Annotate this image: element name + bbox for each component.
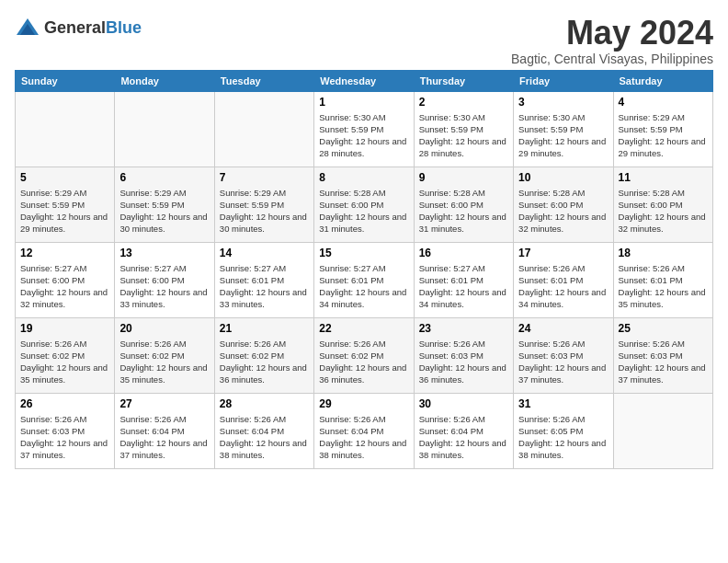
day-number: 12 <box>20 247 109 259</box>
cell-info: Sunrise: 5:29 AMSunset: 5:59 PMDaylight:… <box>20 187 109 236</box>
day-number: 30 <box>419 397 508 410</box>
weekday-header-row: SundayMondayTuesdayWednesdayThursdayFrid… <box>16 70 713 91</box>
calendar-cell: 13Sunrise: 5:27 AMSunset: 6:00 PMDayligh… <box>115 242 214 317</box>
weekday-header: Wednesday <box>314 70 414 91</box>
day-number: 4 <box>619 96 708 109</box>
day-number: 28 <box>220 397 309 410</box>
cell-info: Sunrise: 5:28 AMSunset: 6:00 PMDaylight:… <box>518 187 608 236</box>
day-number: 11 <box>619 171 708 184</box>
cell-info: Sunrise: 5:26 AMSunset: 6:02 PMDaylight:… <box>20 338 109 386</box>
cell-info: Sunrise: 5:27 AMSunset: 6:00 PMDaylight:… <box>119 262 209 311</box>
day-number: 9 <box>419 171 508 184</box>
weekday-header: Thursday <box>414 70 513 91</box>
day-number: 8 <box>319 171 408 184</box>
calendar-cell: 29Sunrise: 5:26 AMSunset: 6:04 PMDayligh… <box>314 393 414 468</box>
cell-info: Sunrise: 5:26 AMSunset: 6:01 PMDaylight:… <box>518 262 608 311</box>
cell-info: Sunrise: 5:27 AMSunset: 6:00 PMDaylight:… <box>20 262 109 311</box>
logo: GeneralBlue <box>15 15 142 40</box>
day-number: 25 <box>619 322 708 335</box>
day-number: 2 <box>419 96 508 109</box>
calendar-cell: 6Sunrise: 5:29 AMSunset: 5:59 PMDaylight… <box>115 167 214 242</box>
cell-info: Sunrise: 5:26 AMSunset: 6:04 PMDaylight:… <box>319 413 408 462</box>
day-number: 21 <box>220 322 309 335</box>
calendar-cell <box>613 393 712 468</box>
calendar-cell: 16Sunrise: 5:27 AMSunset: 6:01 PMDayligh… <box>414 242 513 317</box>
day-number: 7 <box>220 171 309 184</box>
day-number: 3 <box>518 96 608 109</box>
cell-info: Sunrise: 5:27 AMSunset: 6:01 PMDaylight:… <box>220 262 309 311</box>
cell-info: Sunrise: 5:26 AMSunset: 6:01 PMDaylight:… <box>619 262 708 311</box>
cell-info: Sunrise: 5:26 AMSunset: 6:04 PMDaylight:… <box>220 413 309 462</box>
cell-info: Sunrise: 5:26 AMSunset: 6:02 PMDaylight:… <box>220 338 309 386</box>
weekday-header: Monday <box>115 70 214 91</box>
cell-info: Sunrise: 5:28 AMSunset: 6:00 PMDaylight:… <box>619 187 708 236</box>
weekday-header: Friday <box>514 70 613 91</box>
calendar-cell: 9Sunrise: 5:28 AMSunset: 6:00 PMDaylight… <box>414 167 513 242</box>
calendar-cell: 4Sunrise: 5:29 AMSunset: 5:59 PMDaylight… <box>613 91 712 167</box>
day-number: 10 <box>518 171 608 184</box>
calendar-cell: 10Sunrise: 5:28 AMSunset: 6:00 PMDayligh… <box>514 167 613 242</box>
cell-info: Sunrise: 5:28 AMSunset: 6:00 PMDaylight:… <box>319 187 408 236</box>
calendar-cell: 22Sunrise: 5:26 AMSunset: 6:02 PMDayligh… <box>314 317 414 393</box>
weekday-header: Tuesday <box>214 70 313 91</box>
calendar-cell: 20Sunrise: 5:26 AMSunset: 6:02 PMDayligh… <box>115 317 214 393</box>
day-number: 19 <box>20 322 109 335</box>
cell-info: Sunrise: 5:27 AMSunset: 6:01 PMDaylight:… <box>319 262 408 311</box>
weekday-header: Sunday <box>16 70 115 91</box>
calendar-cell <box>115 91 214 167</box>
page-header: GeneralBlue May 2024 Bagtic, Central Vis… <box>15 15 713 66</box>
cell-info: Sunrise: 5:26 AMSunset: 6:03 PMDaylight:… <box>419 338 508 386</box>
calendar-cell: 3Sunrise: 5:30 AMSunset: 5:59 PMDaylight… <box>514 91 613 167</box>
cell-info: Sunrise: 5:26 AMSunset: 6:05 PMDaylight:… <box>518 413 608 462</box>
cell-info: Sunrise: 5:30 AMSunset: 5:59 PMDaylight:… <box>518 111 608 160</box>
day-number: 29 <box>319 397 408 410</box>
day-number: 6 <box>119 171 209 184</box>
day-number: 26 <box>20 397 109 410</box>
day-number: 17 <box>518 247 608 259</box>
weekday-header: Saturday <box>613 70 712 91</box>
calendar-cell: 31Sunrise: 5:26 AMSunset: 6:05 PMDayligh… <box>514 393 613 468</box>
calendar-cell: 14Sunrise: 5:27 AMSunset: 6:01 PMDayligh… <box>214 242 313 317</box>
day-number: 24 <box>518 322 608 335</box>
calendar-cell: 5Sunrise: 5:29 AMSunset: 5:59 PMDaylight… <box>16 167 115 242</box>
day-number: 23 <box>419 322 508 335</box>
cell-info: Sunrise: 5:26 AMSunset: 6:03 PMDaylight:… <box>20 413 109 462</box>
cell-info: Sunrise: 5:30 AMSunset: 5:59 PMDaylight:… <box>319 111 408 160</box>
day-number: 5 <box>20 171 109 184</box>
calendar-cell: 7Sunrise: 5:29 AMSunset: 5:59 PMDaylight… <box>214 167 313 242</box>
day-number: 22 <box>319 322 408 335</box>
calendar-cell <box>16 91 115 167</box>
logo-text-blue: Blue <box>106 18 142 37</box>
cell-info: Sunrise: 5:29 AMSunset: 5:59 PMDaylight:… <box>619 111 708 160</box>
calendar-week-row: 5Sunrise: 5:29 AMSunset: 5:59 PMDaylight… <box>16 167 713 242</box>
logo-text-general: General <box>44 18 106 37</box>
calendar-cell: 21Sunrise: 5:26 AMSunset: 6:02 PMDayligh… <box>214 317 313 393</box>
cell-info: Sunrise: 5:29 AMSunset: 5:59 PMDaylight:… <box>220 187 309 236</box>
calendar-table: SundayMondayTuesdayWednesdayThursdayFrid… <box>15 70 713 469</box>
calendar-cell: 12Sunrise: 5:27 AMSunset: 6:00 PMDayligh… <box>16 242 115 317</box>
title-block: May 2024 Bagtic, Central Visayas, Philip… <box>511 15 713 66</box>
calendar-cell: 8Sunrise: 5:28 AMSunset: 6:00 PMDaylight… <box>314 167 414 242</box>
location-subtitle: Bagtic, Central Visayas, Philippines <box>511 52 713 66</box>
cell-info: Sunrise: 5:26 AMSunset: 6:03 PMDaylight:… <box>619 338 708 386</box>
day-number: 27 <box>119 397 209 410</box>
calendar-cell: 15Sunrise: 5:27 AMSunset: 6:01 PMDayligh… <box>314 242 414 317</box>
calendar-cell: 24Sunrise: 5:26 AMSunset: 6:03 PMDayligh… <box>514 317 613 393</box>
calendar-cell: 27Sunrise: 5:26 AMSunset: 6:04 PMDayligh… <box>115 393 214 468</box>
cell-info: Sunrise: 5:26 AMSunset: 6:02 PMDaylight:… <box>319 338 408 386</box>
calendar-cell: 23Sunrise: 5:26 AMSunset: 6:03 PMDayligh… <box>414 317 513 393</box>
logo-icon <box>15 15 40 40</box>
cell-info: Sunrise: 5:26 AMSunset: 6:04 PMDaylight:… <box>119 413 209 462</box>
calendar-cell <box>214 91 313 167</box>
calendar-cell: 2Sunrise: 5:30 AMSunset: 5:59 PMDaylight… <box>414 91 513 167</box>
cell-info: Sunrise: 5:26 AMSunset: 6:04 PMDaylight:… <box>419 413 508 462</box>
cell-info: Sunrise: 5:26 AMSunset: 6:02 PMDaylight:… <box>119 338 209 386</box>
calendar-week-row: 12Sunrise: 5:27 AMSunset: 6:00 PMDayligh… <box>16 242 713 317</box>
calendar-cell: 28Sunrise: 5:26 AMSunset: 6:04 PMDayligh… <box>214 393 313 468</box>
day-number: 13 <box>119 247 209 259</box>
day-number: 1 <box>319 96 408 109</box>
calendar-cell: 1Sunrise: 5:30 AMSunset: 5:59 PMDaylight… <box>314 91 414 167</box>
calendar-cell: 19Sunrise: 5:26 AMSunset: 6:02 PMDayligh… <box>16 317 115 393</box>
calendar-week-row: 19Sunrise: 5:26 AMSunset: 6:02 PMDayligh… <box>16 317 713 393</box>
cell-info: Sunrise: 5:30 AMSunset: 5:59 PMDaylight:… <box>419 111 508 160</box>
